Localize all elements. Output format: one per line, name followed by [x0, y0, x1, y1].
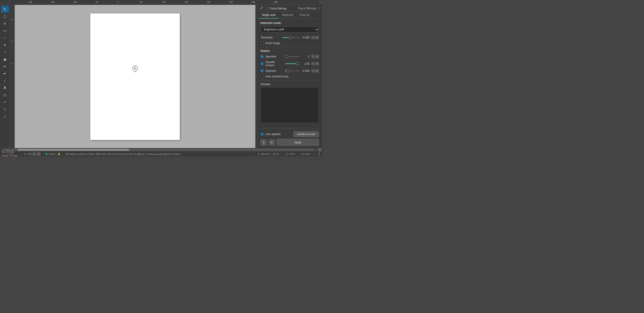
speckles-stepper: − +: [311, 55, 319, 58]
user-assisted-checkbox[interactable]: [260, 75, 264, 78]
star-tool-btn[interactable]: ✦: [1, 42, 9, 48]
optimize-stepper: − +: [311, 69, 319, 73]
zoom-area: − Z: 47% +: [284, 153, 296, 156]
update-preview-btn[interactable]: Update preview: [294, 131, 319, 137]
horizontal-ruler: -200 -150 -100 -50 0 50 100 150 200 250 …: [10, 0, 318, 5]
smooth-corners-minus-btn[interactable]: −: [311, 62, 315, 66]
vertical-ruler: -0 5 1: [10, 5, 15, 148]
speckles-plus-btn[interactable]: +: [315, 55, 319, 58]
gradient-tool-btn[interactable]: ◫: [1, 92, 9, 98]
panel-maximize-btn[interactable]: ⬡: [318, 7, 320, 10]
scrollbar-track[interactable]: [4, 149, 314, 151]
detection-mode-label: Detection mode:: [260, 22, 319, 24]
opacity-plus-btn[interactable]: +: [37, 152, 40, 156]
bottom-scrollbar: ◁ ▷ ⊕: [0, 148, 322, 151]
optimize-minus-btn[interactable]: −: [311, 69, 315, 73]
smooth-corners-stepper: − +: [311, 62, 319, 66]
live-updates-row: Live updates Update preview: [260, 131, 319, 137]
status-bar: Fill: ✕ N/A Stroke: ✕ N/A | O: 100 − + |…: [0, 151, 322, 156]
svg-text:250: 250: [230, 1, 233, 3]
top-ruler-row: -200 -150 -100 -50 0 50 100 150 200 250 …: [0, 0, 322, 5]
scroll-up-btn[interactable]: ▲: [318, 152, 320, 154]
opacity-minus-btn[interactable]: −: [32, 152, 36, 156]
circle-tool-btn[interactable]: ○: [1, 34, 9, 41]
select-tool-btn[interactable]: ↖: [1, 6, 9, 12]
optimize-plus-btn[interactable]: +: [315, 69, 319, 73]
live-updates-label: Live updates: [266, 132, 281, 136]
y-coord: Y: -10.75: [269, 153, 279, 156]
apply-btn[interactable]: Apply: [276, 139, 319, 146]
smooth-corners-checkbox[interactable]: [260, 62, 264, 65]
status-message: No objects selected. Click, Shift+click,…: [66, 153, 252, 156]
optimize-checkbox[interactable]: [260, 69, 264, 72]
rotation-area: R: 0.00° − +: [302, 153, 315, 156]
panel-close-btn[interactable]: Trace Bitmap: [298, 6, 316, 10]
opacity-area: O: 100 − +: [24, 152, 40, 156]
invert-image-checkbox[interactable]: [260, 42, 264, 45]
shape-preview: [130, 64, 141, 75]
divider-1: [260, 47, 319, 47]
threshold-label: Threshold: [260, 36, 281, 39]
pen-tool-btn[interactable]: ✒: [1, 70, 9, 77]
rotation-minus-btn[interactable]: −: [311, 153, 312, 156]
tab-multicolor[interactable]: Multicolor: [279, 12, 296, 18]
main-area: ↖ ⬡ ⊞ ▭ ○ ✦ ⬡ ◉ ✏ ✒ ∫ A ◫ ✦ ⬡ ◻ -0 5 1: [0, 5, 322, 148]
node-tool-btn[interactable]: ⬡: [1, 13, 9, 20]
spiral-tool-btn[interactable]: ◉: [1, 56, 9, 62]
optimize-row: Optimize 0.200 − +: [260, 69, 319, 73]
panel-separator[interactable]: ⋮: [255, 5, 257, 148]
eraser-tool-btn[interactable]: ◻: [1, 113, 9, 120]
optimize-slider-container[interactable]: [285, 69, 299, 72]
scrollbar-thumb[interactable]: [18, 149, 129, 151]
paint-bucket-tool-btn[interactable]: ⬡: [1, 106, 9, 113]
threshold-minus-btn[interactable]: −: [311, 36, 315, 39]
threshold-stepper: − +: [311, 36, 319, 39]
opacity-label: O:: [24, 153, 26, 156]
smooth-corners-plus-btn[interactable]: +: [315, 62, 319, 66]
info-btn[interactable]: ℹ: [260, 139, 267, 146]
coordinates-area: X: 158.49 Y: -10.75: [258, 153, 279, 156]
cancel-btn[interactable]: ✕: [268, 139, 275, 146]
speckles-minus-btn[interactable]: −: [311, 55, 315, 58]
scroll-down-btn[interactable]: ▼: [318, 154, 320, 156]
dropper-tool-btn[interactable]: ✦: [1, 99, 9, 106]
stroke-none-indicator: ✕: [10, 154, 13, 156]
tab-pixel-art[interactable]: Pixel art: [296, 12, 312, 18]
fill-swatch[interactable]: ✕: [6, 150, 10, 154]
speckles-checkbox[interactable]: [260, 55, 264, 58]
speckles-value: 2: [301, 55, 310, 58]
threshold-plus-btn[interactable]: +: [315, 36, 319, 39]
zoom-tool-btn[interactable]: ⊞: [1, 20, 9, 27]
fill-stroke-area: Fill: ✕ N/A Stroke: ✕ N/A: [2, 150, 18, 156]
layer-dot: [46, 153, 48, 155]
svg-text:-50: -50: [95, 1, 98, 3]
text-tool-btn[interactable]: A: [1, 84, 9, 91]
3dbox-tool-btn[interactable]: ⬡: [1, 49, 9, 56]
speckles-slider-container[interactable]: [285, 55, 299, 58]
stroke-swatch[interactable]: ✕: [10, 154, 13, 156]
tab-single-scan[interactable]: Single scan: [259, 12, 279, 18]
svg-text:-150: -150: [50, 1, 54, 3]
zoom-plus-btn[interactable]: +: [295, 153, 296, 156]
rotation-plus-btn[interactable]: +: [314, 153, 315, 156]
threshold-slider-container[interactable]: [282, 36, 299, 39]
calligraphy-tool-btn[interactable]: ∫: [1, 77, 9, 84]
pencil-tool-btn[interactable]: ✏: [1, 63, 9, 70]
optimize-thumb[interactable]: [286, 69, 290, 72]
canvas-area[interactable]: [15, 5, 255, 148]
svg-text:100: 100: [162, 1, 166, 3]
smooth-corners-slider-container[interactable]: [285, 62, 299, 65]
detection-mode-select[interactable]: Brightness cutoff Edge detection Color q…: [260, 26, 319, 33]
rect-tool-btn[interactable]: ▭: [1, 27, 9, 34]
zoom-value: Z: 47%: [286, 153, 294, 156]
svg-text:350: 350: [274, 1, 278, 3]
zoom-minus-btn[interactable]: −: [284, 153, 285, 156]
live-updates-checkbox[interactable]: [260, 132, 264, 136]
svg-text:5: 5: [11, 41, 13, 42]
speckles-thumb[interactable]: [285, 55, 288, 58]
panel-pencil-icon: [260, 6, 264, 10]
fill-label: Fill:: [2, 151, 5, 153]
smooth-corners-thumb[interactable]: [296, 62, 299, 65]
threshold-thumb[interactable]: [288, 36, 292, 39]
preview-section: Preview:: [260, 83, 319, 123]
